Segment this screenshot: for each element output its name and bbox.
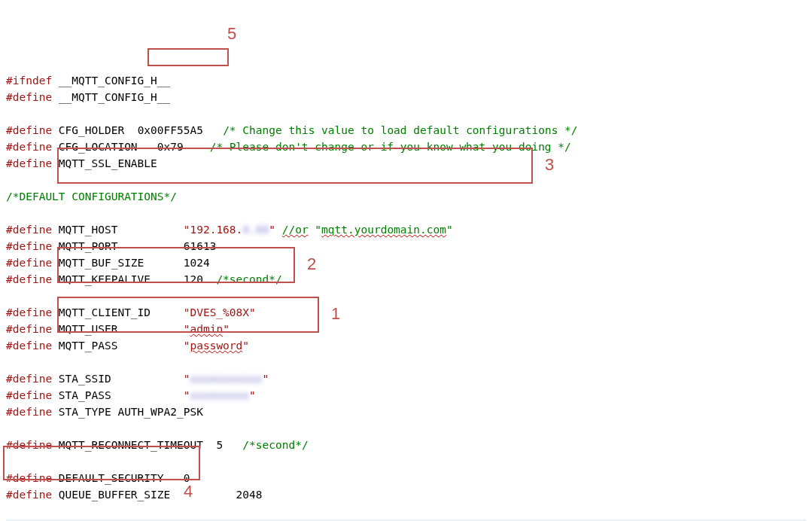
annotation-3: 3	[545, 157, 554, 173]
reconnect-name: MQTT_RECONNECT_TIMEOUT	[59, 439, 203, 451]
client-id-value: "DVES_%08X"	[184, 306, 256, 318]
code-line: #define CFG_LOCATION 0x79 /* Please don'…	[6, 141, 571, 153]
host-name: MQTT_HOST	[59, 224, 118, 236]
code-line: #define MQTT_PASS "password"	[6, 340, 249, 352]
port-name: MQTT_PORT	[59, 240, 118, 252]
keyword-define: #define	[6, 306, 52, 318]
annotation-box-5	[147, 48, 229, 66]
guard-name: __MQTT_CONFIG_H__	[59, 91, 170, 103]
code-line: #define MQTT_KEEPALIVE 120 /*second*/	[6, 273, 282, 285]
keyword-define: #define	[6, 489, 52, 501]
sta-ssid-value: "xxxxxxxxxxx"	[184, 373, 269, 385]
buf-name: MQTT_BUF_SIZE	[59, 257, 144, 269]
mqtt-user-name: MQTT_USER	[59, 323, 118, 335]
keyword-define: #define	[6, 340, 52, 352]
qbs-value: 2048	[236, 489, 263, 501]
cfg-holder-name: CFG_HOLDER	[59, 124, 124, 136]
squiggle: mqtt.yourdomain.com	[321, 224, 446, 236]
code-line: #define STA_SSID "xxxxxxxxxxx"	[6, 373, 269, 385]
comment: /*DEFAULT CONFIGURATIONS*/	[6, 190, 177, 203]
keyword-define: #define	[6, 124, 52, 136]
keyword-define: #define	[6, 406, 52, 418]
code-line: #define MQTT_PORT 61613	[6, 240, 216, 252]
squiggle: admin	[190, 323, 223, 335]
comment: /* Please don't change or if you know wh…	[210, 141, 571, 153]
comment: /*second*/	[242, 439, 308, 451]
code-line: #define STA_TYPE AUTH_WPA2_PSK	[6, 406, 203, 418]
code-line: /*DEFAULT CONFIGURATIONS*/	[6, 190, 177, 203]
guard-name: __MQTT_CONFIG_H__	[59, 75, 170, 87]
comment: //or "mqtt.yourdomain.com"	[282, 224, 453, 236]
sta-pass-name: STA_PASS	[59, 389, 111, 401]
keyword-define: #define	[6, 240, 52, 252]
sta-pass-value: "xxxxxxxxx"	[184, 389, 256, 401]
keyword-ifndef: #ifndef	[6, 75, 52, 87]
ssl-enable: MQTT_SSL_ENABLE	[59, 157, 157, 169]
keyword-define: #define	[6, 157, 52, 169]
squiggle: //or	[282, 224, 309, 236]
keepalive-value: 120	[184, 273, 203, 285]
qbs-name: QUEUE_BUFFER_SIZE	[59, 489, 170, 501]
keyword-define: #define	[6, 472, 52, 484]
annotation-2: 2	[307, 256, 316, 273]
port-value: 61613	[184, 240, 217, 252]
mqtt-user-value: "admin"	[184, 323, 230, 335]
annotation-5: 5	[227, 26, 236, 42]
comment: /*second*/	[216, 273, 281, 285]
code-line: #define MQTT_RECONNECT_TIMEOUT 5 /*secon…	[6, 439, 309, 451]
keyword-define: #define	[6, 273, 52, 285]
annotation-4: 4	[184, 483, 193, 500]
client-id-name: MQTT_CLIENT_ID	[59, 306, 151, 318]
code-line: #define DEFAULT_SECURITY 0	[6, 472, 190, 484]
keepalive-name: MQTT_KEEPALIVE	[59, 273, 151, 285]
keyword-define: #define	[6, 439, 52, 451]
code-line: #define STA_PASS "xxxxxxxxx"	[6, 389, 256, 401]
comment: /* Change this value to load default con…	[223, 124, 577, 136]
cfg-location-name: CFG_LOCATION	[59, 141, 138, 153]
cfg-location-value: 0x79	[157, 141, 184, 153]
code-line: #define MQTT_SSL_ENABLE	[6, 157, 157, 169]
code-line: #define CFG_HOLDER 0x00FF55A5 /* Change …	[6, 124, 578, 136]
keyword-define: #define	[6, 257, 52, 269]
squiggle: password	[190, 340, 242, 352]
code-line: #define MQTT_USER "admin"	[6, 323, 230, 335]
code-line: #ifndef __MQTT_CONFIG_H__	[6, 75, 170, 87]
mqtt-pass-value: "password"	[184, 340, 249, 352]
mqtt-pass-name: MQTT_PASS	[59, 340, 118, 352]
code-line: #define QUEUE_BUFFER_SIZE 2048	[6, 489, 262, 501]
buf-value: 1024	[184, 257, 210, 269]
host-value: "192.168.X.XX"	[184, 224, 275, 236]
sta-type: STA_TYPE AUTH_WPA2_PSK	[59, 406, 203, 418]
code-line: #define MQTT_BUF_SIZE 1024	[6, 257, 210, 269]
keyword-define: #define	[6, 373, 52, 385]
cfg-holder-value: 0x00FF55A5	[138, 124, 203, 136]
keyword-define: #define	[6, 323, 52, 335]
code-line: #define MQTT_CLIENT_ID "DVES_%08X"	[6, 306, 256, 318]
def-sec-name: DEFAULT_SECURITY	[59, 472, 164, 484]
code-line: #define __MQTT_CONFIG_H__	[6, 91, 170, 103]
keyword-define: #define	[6, 141, 52, 153]
code-line: #define MQTT_HOST "192.168.X.XX" //or "m…	[6, 224, 453, 236]
keyword-define: #define	[6, 91, 52, 103]
reconnect-value: 5	[216, 439, 223, 451]
sta-ssid-name: STA_SSID	[59, 373, 111, 385]
annotation-1: 1	[331, 306, 340, 322]
keyword-define: #define	[6, 389, 52, 401]
keyword-define: #define	[6, 224, 52, 236]
